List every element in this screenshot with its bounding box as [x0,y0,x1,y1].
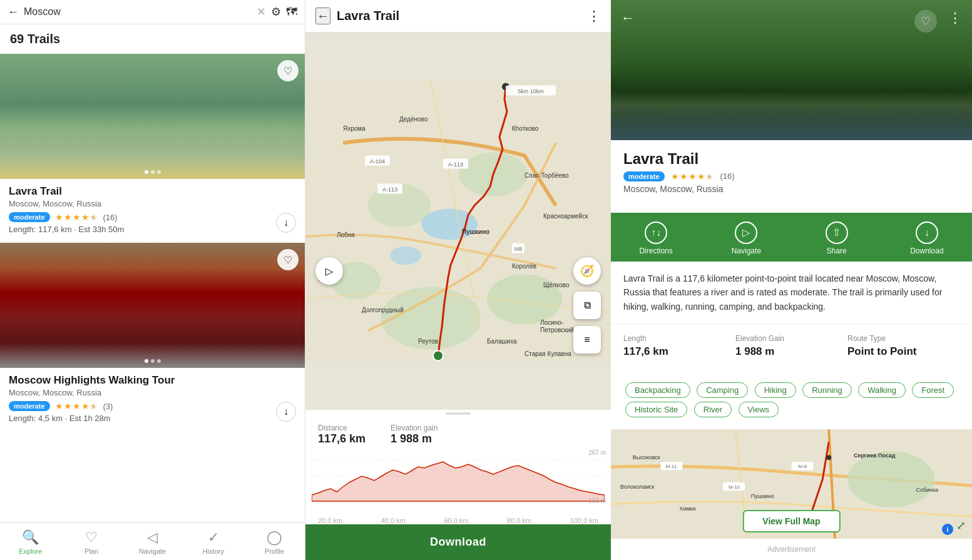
trail-detail: Lavra Trail moderate ★ ★ ★ ★ ★★ (16) Mos… [611,140,972,213]
svg-text:Пушкино: Пушкино [751,493,774,499]
map-area[interactable]: A-113 A-113 A-104 M8 5km 10km Яхрома Дед… [305,33,611,410]
clear-search-button[interactable]: ✕ [257,5,266,19]
view-full-map-button[interactable]: View Full Map [742,510,840,532]
trail-info-1: Lavra Trail Moscow, Moscow, Russia moder… [0,179,305,242]
tag-camping[interactable]: Camping [697,382,748,398]
tag-views[interactable]: Views [739,402,779,417]
trail-image-1: ♡ [0,54,305,179]
tags-section: Backpacking Camping Hiking Running Walki… [611,380,972,429]
info-button[interactable]: i [942,524,953,535]
hero-back-button[interactable]: ← [621,10,635,26]
favorite-button-1[interactable]: ♡ [277,60,299,81]
svg-text:M-8: M-8 [799,464,807,469]
review-count-2: (3) [103,402,113,411]
tag-backpacking[interactable]: Backpacking [625,382,690,398]
difficulty-badge-1: moderate [9,212,50,222]
tag-running[interactable]: Running [802,382,851,398]
spec-elevation: Elevation Gain 1 988 m [735,334,847,358]
map-layers-button[interactable]: ≡ [573,326,601,354]
layers-button[interactable]: ⧉ [573,292,601,319]
nav-explore[interactable]: 🔍 Explore [0,523,61,560]
filter-button[interactable]: ⚙ [271,5,281,19]
search-input[interactable] [24,6,252,18]
svg-point-17 [433,351,443,361]
nav-profile-label: Profile [265,547,284,555]
svg-text:Лобня: Лобня [337,232,355,238]
download-circle-2[interactable]: ↓ [276,402,296,422]
svg-text:Старая Купавна: Старая Купавна [524,350,571,357]
trail-stats-2: Length: 4,5 km · Est 1h 28m [9,414,296,423]
spec-length: Length 117,6 km [623,334,735,358]
nav-navigate[interactable]: ◁ Navigate [122,523,183,560]
share-icon: ⇧ [826,221,848,244]
share-button[interactable]: ⇧ Share [792,213,882,262]
left-panel: ← ✕ ⚙ 🗺 69 Trails ♡ Lavra Trail Moscow, … [0,0,305,560]
favorite-button-2[interactable]: ♡ [277,249,299,270]
nav-history[interactable]: ✓ History [183,523,243,560]
nav-plan-label: Plan [84,547,98,555]
mini-map[interactable]: M-11 M-8 M-10 Высоковск Сергиев Посад Во… [611,429,972,539]
nav-plan[interactable]: ♡ Plan [61,523,121,560]
navigate-button[interactable]: ▷ [315,257,343,285]
distance-label: Distance [318,424,366,432]
elevation-max: 267 m [588,449,606,456]
tag-walking[interactable]: Walking [858,382,906,398]
svg-text:Реутов: Реутов [418,338,438,345]
directions-icon: ↑↓ [645,221,667,244]
trail-location-2: Moscow, Moscow, Russia [9,388,296,397]
trail-card[interactable]: ♡ Lavra Trail Moscow, Moscow, Russia mod… [0,54,305,242]
action-row: ↑↓ Directions ▷ Navigate ⇧ Share ↓ Downl… [611,213,972,262]
explore-icon: 🔍 [22,529,39,546]
search-back-button[interactable]: ← [8,6,19,19]
directions-button[interactable]: ↑↓ Directions [611,213,701,262]
history-icon: ✓ [208,529,219,546]
svg-point-40 [847,451,934,507]
profile-icon: ◯ [267,529,282,546]
svg-text:A-113: A-113 [382,186,397,193]
spec-elevation-value: 1 988 m [735,345,847,358]
svg-text:5km    10km: 5km 10km [518,88,544,94]
svg-text:Королёв: Королёв [512,263,536,270]
spec-route-type: Route Type Point to Point [847,334,959,358]
elevation-min: 102 m [588,497,606,504]
map-title: Lavra Trail [337,9,581,23]
directions-label: Directions [639,247,672,255]
hero-more-button[interactable]: ⋮ [948,10,962,26]
trail-card-2[interactable]: ♡ Moscow Highlights Walking Tour Moscow,… [0,243,305,430]
map-back-button[interactable]: ← [315,8,330,24]
hero-heart-button[interactable]: ♡ [914,10,937,33]
download-trail-button[interactable]: ↓ Download [882,213,972,262]
nav-profile[interactable]: ◯ Profile [244,523,305,560]
trail-count: 69 Trails [0,24,305,54]
compass-button[interactable]: 🧭 [573,257,601,285]
spec-route-value: Point to Point [847,345,959,358]
plan-icon: ♡ [85,529,98,546]
svg-text:Химки: Химки [679,506,695,512]
spec-elevation-label: Elevation Gain [735,334,847,343]
right-panel: ← ⋮ ♡ Lavra Trail moderate ★ ★ ★ ★ ★★ (1… [611,0,972,560]
spec-route-label: Route Type [847,334,959,343]
map-toggle-button[interactable]: 🗺 [286,6,297,19]
elevation-axis: 20,0 km 40,0 km 60,0 km 80,0 km 100,0 km [305,517,611,524]
svg-text:Сергиев Посад: Сергиев Посад [854,452,896,459]
detail-badge-row: moderate ★ ★ ★ ★ ★★ (16) [623,171,959,181]
elevation-svg [312,448,605,504]
tag-historic-site[interactable]: Historic Site [625,402,687,417]
tag-forest[interactable]: Forest [912,382,954,398]
bottom-nav: 🔍 Explore ♡ Plan ◁ Navigate ✓ History ◯ … [0,522,305,560]
tag-river[interactable]: River [694,402,732,417]
svg-text:Красноармейск: Красноармейск [543,213,588,220]
svg-text:A-104: A-104 [370,158,385,165]
svg-text:M-10: M-10 [729,484,740,490]
download-circle-1[interactable]: ↓ [276,213,296,233]
navigate-trail-button[interactable]: ▷ Navigate [701,213,791,262]
download-button-middle[interactable]: Download [305,524,611,560]
map-more-button[interactable]: ⋮ [587,8,601,24]
tag-hiking[interactable]: Hiking [755,382,796,398]
svg-point-7 [390,247,421,265]
svg-text:Балашиха: Балашиха [487,338,517,345]
svg-text:Щёлково: Щёлково [543,282,570,288]
trail-list: ♡ Lavra Trail Moscow, Moscow, Russia mod… [0,54,305,522]
detail-title: Lavra Trail [623,150,959,168]
expand-map-icon: ⤢ [956,519,966,532]
